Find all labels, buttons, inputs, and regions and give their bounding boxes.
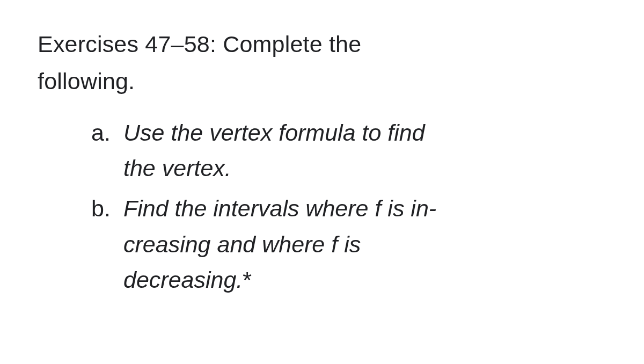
item-b-line2-part1: creasing and where	[123, 231, 331, 257]
item-b-line1-part2: is in-	[381, 195, 436, 221]
heading-line-2: following.	[38, 68, 135, 94]
list-item: a. Use the vertex formula to find the ve…	[91, 115, 585, 186]
item-a-line2: the vertex.	[123, 155, 231, 181]
item-a-line1: Use the vertex formula to find	[123, 120, 425, 145]
item-b-line3: decreasing.	[123, 267, 243, 293]
item-content-b: Find the intervals where f is in- creasi…	[123, 191, 436, 298]
item-label-a: a.	[91, 115, 116, 186]
exercise-page: Exercises 47–58: Complete the following.…	[0, 0, 644, 364]
function-symbol: f	[375, 195, 381, 221]
heading-line-1: Exercises 47–58: Complete the	[38, 31, 361, 57]
item-content-a: Use the vertex formula to find the verte…	[123, 115, 425, 186]
exercise-list: a. Use the vertex formula to find the ve…	[91, 115, 585, 298]
item-b-line1-part1: Find the intervals where	[123, 195, 375, 221]
function-symbol: f	[331, 231, 338, 257]
footnote-asterisk: *	[243, 267, 252, 293]
item-b-line2-part2: is	[338, 231, 361, 257]
exercise-heading: Exercises 47–58: Complete the following.	[38, 26, 606, 100]
item-label-b: b.	[91, 191, 116, 298]
list-item: b. Find the intervals where f is in- cre…	[91, 191, 585, 298]
